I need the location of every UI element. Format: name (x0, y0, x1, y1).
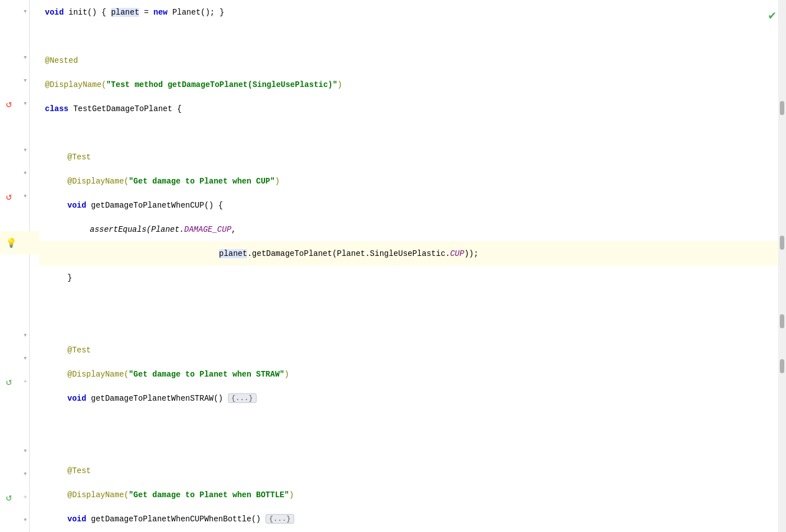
code-line-blank6 (39, 434, 778, 458)
annotation-test3: @Test (67, 466, 91, 475)
annotation-displayname-cup: @DisplayName( (67, 177, 129, 186)
kw-void-init: void (45, 8, 64, 17)
fold-icon-straw[interactable] (21, 355, 29, 363)
collapsed-straw[interactable]: {...} (228, 393, 257, 403)
text-method-cup: getDamageToPlanetWhenCUP() { (86, 201, 223, 210)
code-line-blank2 (39, 121, 778, 145)
gutter-line-blank-3 (0, 278, 39, 301)
code-line-planet-call: planet.getDamageToPlanet(Planet.SingleUs… (39, 241, 778, 265)
string-displayname-bottle: "Get damage to Planet when BOTTLE" (129, 490, 289, 499)
code-line-displayname-cup: @DisplayName("Get damage to Planet when … (39, 169, 778, 193)
scrollbar-thumb-3[interactable] (780, 314, 784, 328)
text-planet-call: .getDamageToPlanet(Planet.SingleUsePlast… (247, 249, 450, 258)
code-line-class: class TestGetDamageToPlanet { (39, 97, 778, 121)
code-line-method-straw: void getDamageToPlanetWhenSTRAW() {...} (39, 386, 778, 410)
code-line-nested: @Nested (39, 48, 778, 72)
field-damagecup: DAMAGE_CUP (184, 225, 231, 234)
text-assert-comma: , (231, 225, 236, 234)
gutter-line-blank-6 (0, 416, 39, 439)
highlight-planet-call: planet (219, 249, 247, 258)
scrollbar-thumb-4[interactable] (780, 359, 784, 373)
code-line-method-bottle: void getDamageToPlanetWhenCUPWhenBottle(… (39, 507, 778, 531)
gutter-line-bottle-name (0, 462, 39, 485)
text-init-2: = (139, 8, 153, 17)
code-line-test2: @Test (39, 338, 778, 362)
annotation-displayname-main-close: ) (337, 80, 342, 89)
code-line-test3: @Test (39, 458, 778, 483)
text-init: init() { (64, 8, 111, 17)
run-icon-class[interactable]: ↺ (3, 98, 15, 109)
fold-icon-class[interactable] (21, 100, 29, 108)
code-line-blank3 (39, 290, 778, 314)
gutter-line-1 (0, 0, 39, 23)
code-line-init: void init() { planet = new Planet(); } (39, 0, 778, 24)
kw-new: new (153, 8, 167, 17)
highlight-planet-init: planet (111, 8, 139, 17)
fold-icon-test1[interactable] (21, 146, 29, 154)
gutter-line-closebrace1 (0, 254, 39, 277)
gutter-line-test2 (0, 324, 39, 347)
fold-icon-nested[interactable] (21, 54, 29, 62)
text-init-3: Planet(); } (167, 8, 224, 17)
annotation-nested: @Nested (45, 56, 78, 65)
gutter-line-method-straw: ↺ + (0, 370, 39, 393)
fold-icon-displayname[interactable] (21, 77, 29, 85)
code-line-blank4 (39, 314, 778, 338)
kw-void-straw: void (67, 394, 86, 403)
string-displayname-main: "Test method getDamageToPlanet(SingleUse… (106, 80, 337, 89)
run-icon-cup[interactable]: ↺ (3, 191, 15, 202)
collapsed-bottle[interactable]: {...} (266, 514, 294, 524)
code-area: void init() { planet = new Planet(); } @… (39, 0, 778, 532)
gutter-line-method-bottle: ↺ + (0, 486, 39, 509)
gutter-line-blank-4 (0, 301, 39, 324)
scrollbar-thumb-2[interactable] (780, 236, 784, 250)
gutter-line-blank-2 (0, 116, 39, 139)
text-class: TestGetDamageToPlanet { (68, 104, 182, 113)
gutter-line-blank-1 (0, 23, 39, 46)
code-line-displayname-bottle: @DisplayName("Get damage to Planet when … (39, 483, 778, 507)
scrollbar-thumb-1[interactable] (780, 101, 784, 115)
annotation-test1: @Test (67, 153, 91, 162)
fold-icon-method-cup[interactable] (21, 192, 29, 200)
kw-void-cup: void (67, 201, 86, 210)
text-cup-paren: )); (464, 249, 478, 258)
string-displayname-straw: "Get damage to Planet when STRAW" (129, 370, 284, 379)
code-line-blank5 (39, 410, 778, 434)
gutter-line-nested (0, 46, 39, 69)
gutter: ↺ ↺ 💡 (0, 0, 39, 532)
check-icon: ✔ (769, 8, 776, 23)
gutter-line-blank-5 (0, 393, 39, 416)
text-closebrace-cup: } (67, 273, 72, 282)
code-line-displayname-main: @DisplayName("Test method getDamageToPla… (39, 72, 778, 97)
gutter-line-displayname (0, 70, 39, 93)
code-line-blank1 (39, 24, 778, 48)
field-cup-call: CUP (450, 249, 464, 258)
fold-icon-test3[interactable] (21, 447, 29, 455)
code-line-test1: @Test (39, 145, 778, 169)
fold-icon-classbrace[interactable] (21, 516, 29, 524)
gutter-line-test3 (0, 439, 39, 462)
fold-icon-straw-expand[interactable]: + (21, 378, 29, 386)
gutter-line-classbrace (0, 509, 39, 532)
annotation-displayname-cup-close: ) (275, 177, 280, 186)
annotation-displayname-straw: @DisplayName( (67, 370, 129, 379)
fold-icon-test2[interactable] (21, 332, 29, 340)
annotation-displayname-straw-close: ) (284, 370, 289, 379)
fold-icon-1[interactable] (21, 8, 29, 16)
code-line-assert: assertEquals(Planet.DAMAGE_CUP, (39, 217, 778, 241)
run-icon-bottle[interactable]: ↺ (3, 492, 15, 503)
kw-class: class (45, 104, 68, 113)
lightbulb-icon[interactable]: 💡 (6, 237, 17, 249)
annotation-displayname-bottle: @DisplayName( (67, 490, 129, 499)
gutter-line-assert (0, 208, 39, 231)
annotation-displayname-bottle-close: ) (289, 490, 294, 499)
gutter-line-test1 (0, 139, 39, 162)
text-assert: assertEquals(Planet. (90, 225, 184, 234)
scrollbar[interactable]: ✔ (778, 0, 786, 532)
code-line-displayname-straw: @DisplayName("Get damage to Planet when … (39, 362, 778, 386)
annotation-test2: @Test (67, 346, 91, 355)
run-icon-straw[interactable]: ↺ (3, 376, 15, 387)
fold-icon-bottle-expand[interactable]: + (21, 493, 29, 501)
fold-icon-cup[interactable] (21, 169, 29, 177)
fold-icon-bottle[interactable] (21, 470, 29, 478)
